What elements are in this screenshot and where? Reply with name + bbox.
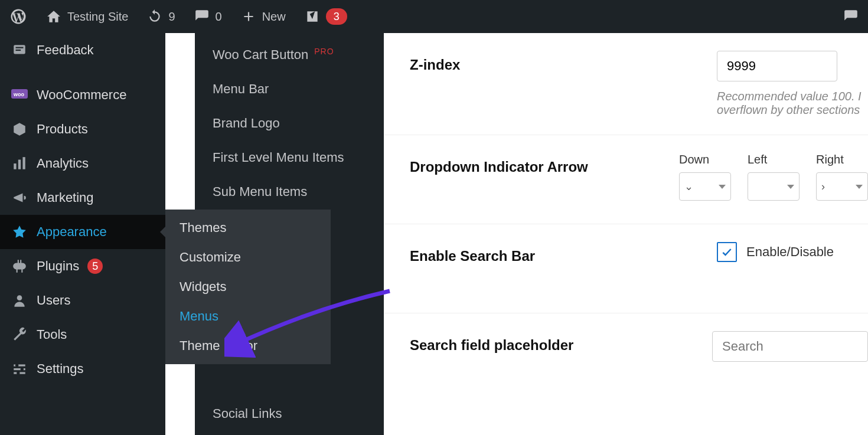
sidebar-item-analytics[interactable]: Analytics <box>0 146 165 181</box>
updates-link[interactable]: 9 <box>138 0 184 33</box>
setting-label: Enable Search Bar <box>410 242 717 264</box>
sidebar-item-settings[interactable]: Settings <box>0 352 165 386</box>
dd-select-left[interactable] <box>748 172 800 201</box>
svg-point-12 <box>15 364 18 367</box>
woo-icon: woo <box>11 86 28 104</box>
settings-content: Z-index Recommended value 100. I overflo… <box>384 33 868 435</box>
row-enable-search: Enable Search Bar Enable/Disable <box>384 224 868 313</box>
svg-rect-6 <box>18 160 21 169</box>
option-menu-bar[interactable]: Menu Bar <box>195 72 384 106</box>
sidebar-item-label: WooCommerce <box>37 87 126 103</box>
flyout-item-label: Menus <box>180 309 218 323</box>
svg-rect-7 <box>22 157 25 169</box>
flyout-item-themes[interactable]: Themes <box>165 213 331 243</box>
new-label: New <box>262 10 286 24</box>
option-brand-logo[interactable]: Brand Logo <box>195 106 384 140</box>
zindex-input[interactable] <box>717 51 837 81</box>
setting-label: Search field placeholder <box>410 331 712 354</box>
marketing-icon <box>11 189 28 207</box>
home-icon <box>46 9 61 24</box>
sidebar-item-label: Feedback <box>37 42 94 58</box>
svg-text:woo: woo <box>13 91 24 97</box>
refresh-icon <box>147 9 162 24</box>
svg-rect-5 <box>14 163 16 169</box>
plugins-count-badge: 5 <box>87 259 103 274</box>
sidebar-item-products[interactable]: Products <box>0 112 165 146</box>
site-title: Testing Site <box>67 10 128 24</box>
option-social-links[interactable]: Social Links <box>195 397 384 431</box>
dd-col-down: Down ⌄ <box>679 153 731 201</box>
site-link[interactable]: Testing Site <box>37 0 138 33</box>
chat-icon <box>843 9 859 24</box>
svg-point-8 <box>17 295 22 300</box>
option-sub-menu-items[interactable]: Sub Menu Items <box>195 175 384 209</box>
flyout-item-label: Themes <box>180 220 226 235</box>
appearance-flyout: Themes Customize Widgets Menus Theme Edi… <box>165 210 331 364</box>
sidebar-item-label: Marketing <box>37 190 94 205</box>
svg-rect-2 <box>16 50 21 51</box>
sidebar-item-tools[interactable]: Tools <box>0 318 165 352</box>
sidebar-item-label: Appearance <box>37 224 107 240</box>
dd-select-down[interactable]: ⌄ <box>679 172 731 201</box>
option-woo-cart-button[interactable]: Woo Cart Button PRO <box>195 38 384 72</box>
svg-point-14 <box>17 371 19 374</box>
settings-icon <box>11 360 28 378</box>
sidebar-item-appearance[interactable]: Appearance <box>0 215 165 249</box>
dd-select-right[interactable]: › <box>816 172 868 201</box>
wp-logo[interactable] <box>0 0 37 33</box>
sidebar-item-marketing[interactable]: Marketing <box>0 181 165 215</box>
yoast-icon <box>305 9 320 24</box>
option-label: Woo Cart Button <box>213 47 308 63</box>
wordpress-icon <box>9 8 27 25</box>
check-icon <box>721 246 733 258</box>
setting-label: Z-index <box>410 51 717 73</box>
enable-search-checkbox[interactable] <box>717 242 737 262</box>
checkbox-label: Enable/Disable <box>746 244 834 260</box>
flyout-item-customize[interactable]: Customize <box>165 243 331 272</box>
sidebar-item-woocommerce[interactable]: woo WooCommerce <box>0 78 165 112</box>
dd-glyph: ⌄ <box>684 180 693 193</box>
flyout-item-widgets[interactable]: Widgets <box>165 272 331 302</box>
zindex-description: Recommended value 100. I overflown by ot… <box>717 90 868 117</box>
option-label: Menu Bar <box>213 81 269 97</box>
sidebar-item-plugins[interactable]: Plugins 5 <box>0 249 165 283</box>
sidebar-item-users[interactable]: Users <box>0 283 165 318</box>
products-icon <box>11 120 28 138</box>
sidebar-item-feedback[interactable]: Feedback <box>0 33 165 67</box>
feedback-icon <box>11 41 28 59</box>
analytics-icon <box>11 155 28 172</box>
tools-icon <box>11 326 28 344</box>
comment-icon <box>194 9 210 24</box>
new-link[interactable]: New <box>231 0 295 33</box>
row-dropdown-arrow: Dropdown Indicator Arrow Down ⌄ Left <box>384 135 868 224</box>
dd-head: Left <box>748 153 800 166</box>
sidebar-item-label: Settings <box>37 361 84 377</box>
sidebar-item-label: Plugins <box>37 259 79 274</box>
yoast-link[interactable]: 3 <box>295 0 357 33</box>
chevron-down-icon <box>787 185 794 189</box>
flyout-item-theme-editor[interactable]: Theme Editor <box>165 331 331 361</box>
sidebar-item-label: Users <box>37 293 70 308</box>
yoast-count-badge: 3 <box>326 8 347 25</box>
svg-rect-1 <box>16 47 24 48</box>
dd-col-left: Left <box>748 153 800 201</box>
screen-help[interactable] <box>834 0 868 33</box>
flyout-item-label: Widgets <box>180 279 226 294</box>
admin-sidebar: Feedback woo WooCommerce Products Analyt… <box>0 33 165 435</box>
option-label: Sub Menu Items <box>213 184 307 199</box>
flyout-item-menus[interactable]: Menus <box>165 302 331 331</box>
search-placeholder-input[interactable] <box>712 331 868 362</box>
row-zindex: Z-index Recommended value 100. I overflo… <box>384 33 868 135</box>
plus-icon <box>241 9 256 24</box>
chevron-down-icon <box>719 185 726 189</box>
setting-label: Dropdown Indicator Arrow <box>410 153 679 175</box>
appearance-icon <box>11 223 28 241</box>
comments-link[interactable]: 0 <box>185 0 231 33</box>
option-first-level-menu-items[interactable]: First Level Menu Items <box>195 140 384 175</box>
flyout-item-label: Customize <box>180 250 241 264</box>
updates-count: 9 <box>168 10 175 24</box>
dd-glyph: › <box>821 181 825 193</box>
comments-count: 0 <box>216 10 222 24</box>
chevron-down-icon <box>856 185 863 189</box>
admin-bar: Testing Site 9 0 New 3 <box>0 0 868 33</box>
